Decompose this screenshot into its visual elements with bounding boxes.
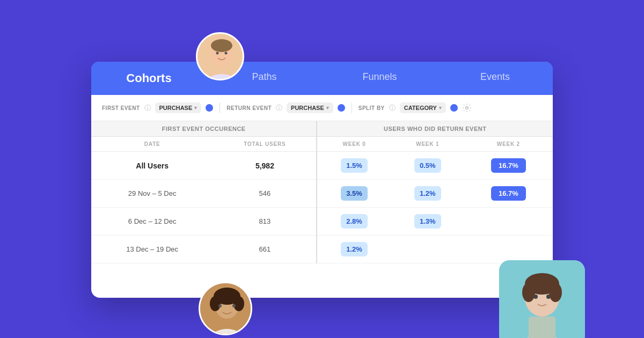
first-event-info-icon: ⓘ (144, 104, 151, 113)
cell-week2: 16.7% (464, 180, 553, 208)
return-event-label: RETURN EVENT (226, 105, 272, 111)
main-card: Cohorts Paths Funnels Events FIRST EVENT… (91, 62, 553, 298)
split-by-info-icon: ⓘ (389, 104, 396, 113)
svg-point-6 (466, 107, 469, 109)
col-header-total-users: TOTAL USERS (213, 137, 317, 152)
tab-funnels[interactable]: Funnels (322, 62, 437, 95)
split-by-dot (450, 104, 458, 112)
section1-header: FIRST EVENT OCCURENCE (91, 121, 317, 137)
cell-week2 (464, 236, 553, 263)
avatar-female-curly (199, 282, 252, 335)
section2-header: USERS WHO DID RETURN EVENT (317, 121, 553, 137)
return-event-select[interactable]: PURCHASE ▾ (287, 102, 333, 113)
col-header-week2: WEEK 2 (464, 137, 553, 152)
return-event-value: PURCHASE (291, 105, 324, 111)
first-event-dot (206, 104, 213, 112)
tab-events[interactable]: Events (437, 62, 553, 95)
svg-point-14 (232, 304, 236, 307)
table-row: 29 Nov – 5 Dec5463.5%1.2%16.7% (91, 180, 553, 208)
avatar-male-top (196, 32, 244, 80)
split-by-label: SPLIT BY (358, 105, 385, 111)
cell-week1: 1.3% (391, 208, 464, 236)
first-event-chevron: ▾ (194, 105, 197, 111)
cell-week0: 3.5% (317, 180, 391, 208)
table-row: 6 Dec – 12 Dec8132.8%1.3% (91, 208, 553, 236)
cell-date: 29 Nov – 5 Dec (91, 180, 213, 208)
first-event-label: FIRST EVENT (102, 105, 140, 111)
tab-cohorts[interactable]: Cohorts (91, 62, 207, 95)
cell-week2: 16.7% (464, 152, 553, 180)
split-by-select[interactable]: CATEGORY ▾ (400, 102, 446, 113)
col-header-week1: WEEK 1 (391, 137, 464, 152)
cell-week1 (391, 236, 464, 263)
cell-date: All Users (91, 152, 213, 180)
cohort-table: FIRST EVENT OCCURENCE USERS WHO DID RETU… (91, 121, 553, 263)
svg-point-3 (211, 39, 232, 52)
gear-icon[interactable] (462, 103, 472, 113)
split-by-chevron: ▾ (439, 105, 442, 111)
svg-point-11 (210, 296, 221, 311)
filter-bar: FIRST EVENT ⓘ PURCHASE ▾ RETURN EVENT ⓘ … (91, 95, 553, 121)
cell-date: 6 Dec – 12 Dec (91, 208, 213, 236)
svg-point-22 (546, 295, 551, 299)
cell-week2 (464, 208, 553, 236)
cell-total-users: 813 (213, 208, 317, 236)
first-event-select[interactable]: PURCHASE ▾ (155, 102, 202, 113)
svg-point-13 (218, 304, 222, 307)
cell-total-users: 661 (213, 236, 317, 263)
split-by-value: CATEGORY (404, 105, 437, 111)
cell-date: 13 Dec – 19 Dec (91, 236, 213, 263)
col-header-row: DATE TOTAL USERS WEEK 0 WEEK 1 WEEK 2 (91, 137, 553, 152)
return-event-chevron: ▾ (326, 105, 329, 111)
svg-point-4 (216, 52, 219, 55)
cell-week0: 1.2% (317, 236, 391, 263)
cell-week0: 2.8% (317, 208, 391, 236)
sep1 (219, 102, 220, 113)
cell-week0: 1.5% (317, 152, 391, 180)
first-event-value: PURCHASE (159, 105, 193, 111)
svg-point-20 (549, 283, 562, 302)
svg-point-5 (225, 52, 228, 55)
section-header-row: FIRST EVENT OCCURENCE USERS WHO DID RETU… (91, 121, 553, 137)
svg-point-12 (233, 296, 244, 311)
col-header-week0: WEEK 0 (317, 137, 391, 152)
svg-point-19 (522, 283, 535, 302)
avatar-female-short (499, 260, 585, 338)
cell-week1: 1.2% (391, 180, 464, 208)
return-event-info-icon: ⓘ (276, 104, 282, 113)
cell-total-users: 546 (213, 180, 317, 208)
cell-total-users: 5,982 (213, 152, 317, 180)
table-row: 13 Dec – 19 Dec6611.2% (91, 236, 553, 263)
svg-rect-23 (529, 317, 555, 338)
return-event-dot (338, 104, 345, 112)
table-row: All Users5,9821.5%0.5%16.7% (91, 152, 553, 180)
tab-bar: Cohorts Paths Funnels Events (91, 62, 553, 95)
col-header-date: DATE (91, 137, 213, 152)
sep2 (352, 102, 352, 113)
cell-week1: 0.5% (391, 152, 464, 180)
svg-point-21 (533, 295, 538, 299)
